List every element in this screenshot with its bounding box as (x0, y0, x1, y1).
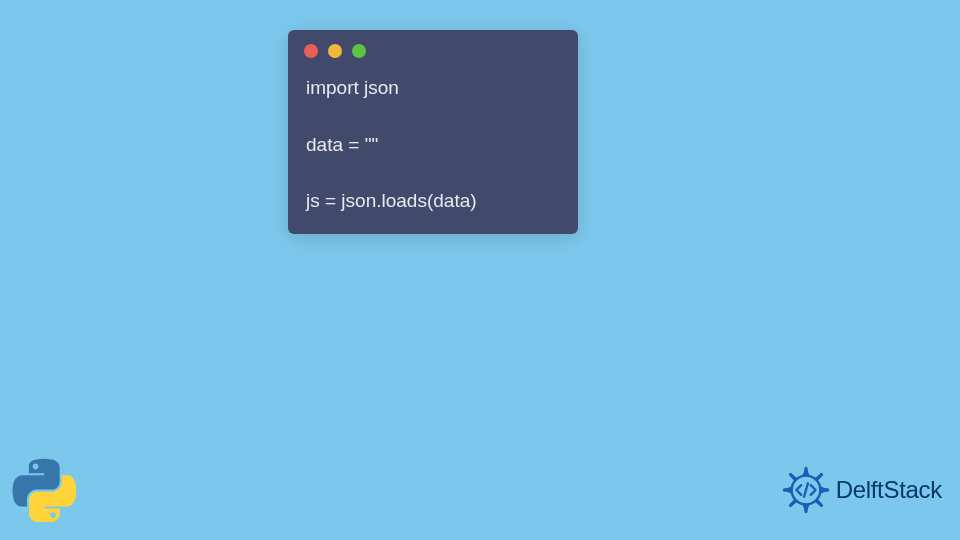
brand-name: DelftStack (836, 476, 942, 504)
minimize-icon[interactable] (328, 44, 342, 58)
code-line (306, 103, 560, 131)
brand-logo: DelftStack (782, 466, 942, 514)
window-titlebar (288, 30, 578, 68)
gear-code-icon (782, 466, 830, 514)
code-line: data = "" (306, 131, 560, 160)
close-icon[interactable] (304, 44, 318, 58)
code-line (306, 159, 560, 187)
code-content: import json data = "" js = json.loads(da… (288, 68, 578, 216)
code-line: import json (306, 74, 560, 103)
code-window: import json data = "" js = json.loads(da… (288, 30, 578, 234)
python-logo-icon (12, 458, 76, 522)
maximize-icon[interactable] (352, 44, 366, 58)
code-line: js = json.loads(data) (306, 187, 560, 216)
